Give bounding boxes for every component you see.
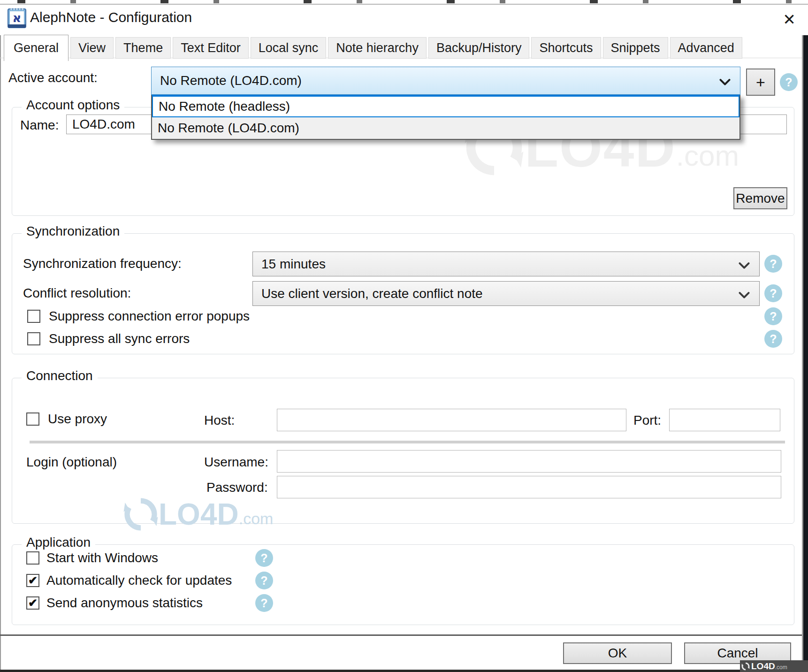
send-anonymous-statistics-help-button[interactable]: ? — [255, 594, 273, 612]
tab-text-editor[interactable]: Text Editor — [173, 37, 249, 59]
ok-button[interactable]: OK — [563, 642, 672, 664]
alephnote-configuration-dialog: א AlephNote - Configuration ✕ General Vi… — [0, 0, 808, 672]
tab-view[interactable]: View — [70, 37, 114, 59]
use-proxy-label: Use proxy — [48, 412, 107, 427]
tab-note-hierarchy[interactable]: Note hierarchy — [328, 37, 427, 59]
dropdown-item-headless[interactable]: No Remote (headless) — [152, 96, 739, 117]
active-account-label: Active account: — [8, 70, 98, 85]
application-group: Application Start with Windows ? ✔ Autom… — [12, 544, 794, 625]
tab-snippets[interactable]: Snippets — [603, 37, 668, 59]
tab-backup-history[interactable]: Backup/History — [428, 37, 530, 59]
tab-local-sync[interactable]: Local sync — [251, 37, 327, 59]
tab-theme[interactable]: Theme — [115, 37, 171, 59]
use-proxy-checkbox[interactable] — [26, 412, 39, 426]
add-account-button[interactable]: + — [746, 69, 775, 96]
send-anonymous-statistics-label: Send anonymous statistics — [46, 596, 203, 611]
tab-shortcuts[interactable]: Shortcuts — [531, 37, 601, 59]
host-input[interactable] — [277, 409, 626, 431]
account-name-label: Name: — [20, 118, 59, 133]
lo4d-watermark-small: LO4D.com — [123, 496, 273, 532]
auto-check-updates-help-button[interactable]: ? — [255, 572, 273, 589]
checkmark: ✔ — [28, 575, 38, 586]
connection-divider — [30, 441, 785, 443]
active-account-combobox[interactable]: No Remote (LO4D.com) — [151, 67, 740, 95]
send-anonymous-statistics-checkbox[interactable]: ✔ — [26, 596, 39, 610]
start-with-windows-checkbox[interactable] — [26, 551, 39, 565]
background-window-artifact — [0, 0, 808, 3]
port-input[interactable] — [669, 409, 780, 431]
aleph-glyph: א — [13, 11, 22, 25]
sync-frequency-combobox[interactable]: 15 minutes — [252, 252, 760, 276]
chevron-down-icon — [719, 74, 731, 89]
background-right-strip — [803, 35, 808, 672]
tab-strip: General View Theme Text Editor Local syn… — [4, 35, 744, 59]
conflict-resolution-label: Conflict resolution: — [23, 286, 131, 301]
footer-separator — [0, 634, 803, 636]
active-account-value: No Remote (LO4D.com) — [160, 73, 302, 88]
active-account-help-button[interactable]: ? — [780, 73, 798, 91]
conflict-resolution-help-button[interactable]: ? — [764, 284, 782, 302]
close-button[interactable]: ✕ — [779, 8, 800, 30]
start-with-windows-label: Start with Windows — [46, 550, 158, 565]
auto-check-updates-checkbox[interactable]: ✔ — [26, 574, 39, 587]
title-bar: א AlephNote - Configuration ✕ — [0, 5, 802, 35]
start-with-windows-help-button[interactable]: ? — [255, 549, 273, 567]
window-title: AlephNote - Configuration — [30, 9, 192, 25]
account-options-legend: Account options — [22, 98, 124, 113]
suppress-all-sync-errors-checkbox[interactable] — [27, 332, 40, 345]
chevron-down-icon — [739, 257, 750, 272]
chevron-down-icon — [739, 287, 750, 302]
auto-check-updates-label: Automatically check for updates — [46, 573, 232, 588]
username-label: Username: — [204, 455, 268, 470]
password-label: Password: — [206, 480, 268, 495]
suppress-all-sync-errors-help-button[interactable]: ? — [764, 330, 782, 348]
login-optional-label: Login (optional) — [26, 455, 117, 470]
window-left-border — [0, 5, 1, 671]
sync-frequency-help-button[interactable]: ? — [764, 255, 782, 273]
alephnote-app-icon: א — [8, 8, 26, 30]
lo4d-logo-icon — [741, 662, 750, 671]
background-bottom-strip — [0, 670, 808, 672]
suppress-connection-errors-checkbox[interactable] — [27, 310, 40, 323]
password-input[interactable] — [277, 476, 781, 498]
checkmark: ✔ — [28, 597, 38, 609]
host-label: Host: — [204, 413, 235, 428]
suppress-connection-errors-label: Suppress connection error popups — [49, 309, 250, 324]
port-label: Port: — [633, 413, 661, 428]
sync-frequency-value: 15 minutes — [261, 257, 326, 272]
suppress-connection-errors-help-button[interactable]: ? — [764, 307, 782, 325]
conflict-resolution-combobox[interactable]: Use client version, create conflict note — [252, 281, 760, 306]
tab-advanced[interactable]: Advanced — [670, 37, 742, 59]
lo4d-logo-icon — [123, 496, 159, 532]
synchronization-legend: Synchronization — [22, 224, 124, 239]
lo4d-watermark-badge: LO4D.com — [740, 660, 808, 672]
suppress-all-sync-errors-label: Suppress all sync errors — [49, 331, 190, 346]
dropdown-item-lo4d[interactable]: No Remote (LO4D.com) — [152, 117, 739, 139]
sync-frequency-label: Synchronization frequency: — [23, 256, 182, 271]
username-input[interactable] — [277, 450, 781, 473]
connection-legend: Connection — [22, 368, 98, 383]
tab-general[interactable]: General — [4, 35, 69, 61]
active-account-dropdown: No Remote (headless) No Remote (LO4D.com… — [151, 95, 740, 140]
remove-account-button[interactable]: Remove — [733, 187, 787, 209]
application-legend: Application — [22, 535, 95, 550]
conflict-resolution-value: Use client version, create conflict note — [261, 286, 483, 301]
synchronization-group: Synchronization Synchronization frequenc… — [12, 233, 794, 354]
